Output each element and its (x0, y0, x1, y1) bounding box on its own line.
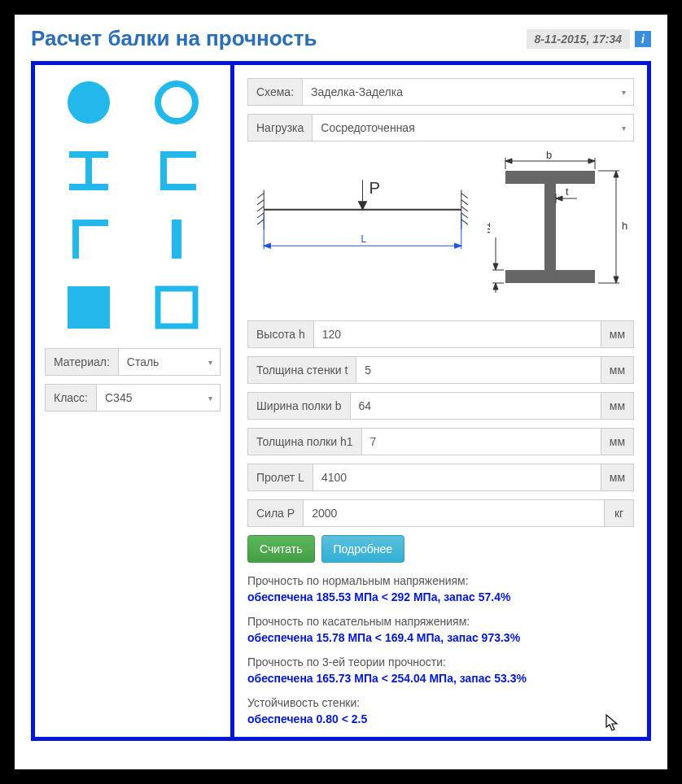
svg-rect-10 (172, 220, 181, 259)
t-input[interactable] (356, 356, 601, 384)
diagram-label-b: b (546, 150, 552, 161)
diagram-label-L: L (361, 233, 366, 245)
svg-marker-27 (358, 202, 366, 210)
svg-rect-33 (505, 171, 595, 184)
svg-line-15 (257, 194, 264, 198)
result-value: обеспечена 0.80 < 2.5 (247, 712, 634, 725)
L-label: Пролет L (247, 464, 313, 491)
result-value: обеспечена 185.53 МПа < 292 МПа, запас 5… (247, 590, 634, 603)
b-label: Ширина полки b (247, 392, 351, 420)
svg-rect-9 (72, 220, 79, 259)
h1-unit: мм (601, 428, 634, 455)
beam-diagram-icon: P L (247, 150, 478, 296)
shape-hollow-circle-icon[interactable] (149, 78, 204, 127)
load-label: Нагрузка (247, 114, 313, 142)
svg-line-23 (461, 213, 468, 218)
diagram-label-P: P (369, 179, 380, 197)
scheme-label: Схема: (247, 78, 303, 106)
svg-line-20 (461, 194, 468, 198)
svg-point-0 (68, 81, 110, 124)
svg-marker-30 (455, 243, 461, 248)
class-label: Класс: (45, 384, 97, 412)
diagram-label-h1: h1 (487, 222, 492, 233)
svg-rect-11 (68, 286, 110, 329)
shape-channel-icon[interactable] (149, 146, 204, 195)
diagram-label-h: h (622, 220, 627, 232)
svg-rect-35 (544, 184, 556, 270)
class-row: Класс: С345 (45, 384, 221, 412)
shape-bar-icon[interactable] (149, 215, 204, 264)
class-select[interactable]: С345 (97, 384, 221, 412)
svg-marker-43 (614, 277, 619, 283)
result-title: Устойчивость стенки: (247, 696, 634, 709)
svg-line-22 (461, 207, 468, 211)
material-row: Материал: Сталь (45, 348, 221, 376)
svg-line-17 (257, 207, 264, 211)
P-unit: кг (605, 499, 634, 527)
diagram-area: P L (247, 150, 634, 296)
timestamp: 8-11-2015, 17:34 (527, 29, 630, 49)
P-input[interactable] (304, 499, 605, 527)
result-value: обеспечена 15.78 МПа < 169.4 МПа, запас … (247, 631, 634, 644)
more-button[interactable]: Подробнее (321, 535, 405, 563)
L-input[interactable] (313, 464, 601, 491)
result-title: Прочность по 3-ей теории прочности: (247, 656, 634, 669)
svg-line-18 (257, 213, 264, 218)
shape-hollow-square-icon[interactable] (149, 283, 204, 332)
svg-rect-34 (505, 270, 595, 283)
svg-marker-50 (493, 264, 498, 270)
svg-point-1 (158, 84, 195, 121)
material-select[interactable]: Сталь (119, 348, 221, 376)
shape-picker (45, 78, 221, 348)
left-panel: Материал: Сталь Класс: С345 (35, 65, 230, 737)
section-diagram-icon: b h t h1 (487, 150, 634, 296)
svg-rect-4 (69, 184, 108, 190)
material-label: Материал: (45, 348, 119, 376)
t-label: Толщина стенки t (247, 356, 356, 384)
right-panel: Схема: Заделка-Заделка Нагрузка Сосредот… (230, 65, 647, 737)
shape-solid-square-icon[interactable] (61, 283, 116, 332)
svg-line-21 (461, 200, 468, 205)
load-select[interactable]: Сосредоточенная (313, 114, 634, 142)
diagram-label-t: t (566, 185, 569, 198)
L-unit: мм (601, 464, 634, 491)
b-unit: мм (601, 392, 634, 420)
result-title: Прочность по касательным напряжениям: (247, 615, 634, 628)
svg-line-24 (461, 220, 468, 224)
scheme-select[interactable]: Заделка-Заделка (303, 78, 634, 106)
shape-angle-icon[interactable] (61, 215, 116, 264)
svg-rect-7 (160, 184, 196, 190)
shape-i-beam-icon[interactable] (61, 146, 116, 195)
svg-marker-37 (505, 159, 512, 163)
cursor-icon (605, 714, 620, 732)
h-input[interactable] (314, 320, 601, 348)
svg-line-19 (257, 220, 264, 224)
h1-label: Толщина полки h1 (247, 428, 362, 455)
page-title: Расчет балки на прочность (31, 26, 317, 51)
svg-marker-47 (556, 196, 562, 201)
svg-marker-42 (614, 171, 619, 177)
t-unit: мм (601, 356, 634, 384)
shape-solid-circle-icon[interactable] (61, 78, 116, 127)
svg-rect-12 (158, 289, 195, 326)
scheme-row: Схема: Заделка-Заделка (247, 78, 634, 106)
svg-marker-38 (588, 159, 595, 163)
header: Расчет балки на прочность 8-11-2015, 17:… (31, 26, 651, 51)
b-input[interactable] (351, 392, 601, 420)
info-button[interactable]: i (635, 31, 651, 47)
P-label: Сила P (247, 499, 304, 527)
calculate-button[interactable]: Считать (247, 535, 315, 563)
result-value: обеспечена 165.73 МПа < 254.04 МПа, запа… (247, 672, 634, 685)
h1-input[interactable] (362, 428, 601, 455)
h-unit: мм (601, 320, 634, 348)
results: Прочность по нормальным напряжениям:обес… (247, 574, 634, 737)
h-label: Высота h (247, 320, 314, 348)
svg-line-16 (257, 200, 264, 205)
svg-marker-29 (264, 243, 270, 248)
load-row: Нагрузка Сосредоточенная (247, 114, 634, 142)
result-title: Прочность по нормальным напряжениям: (247, 574, 634, 587)
